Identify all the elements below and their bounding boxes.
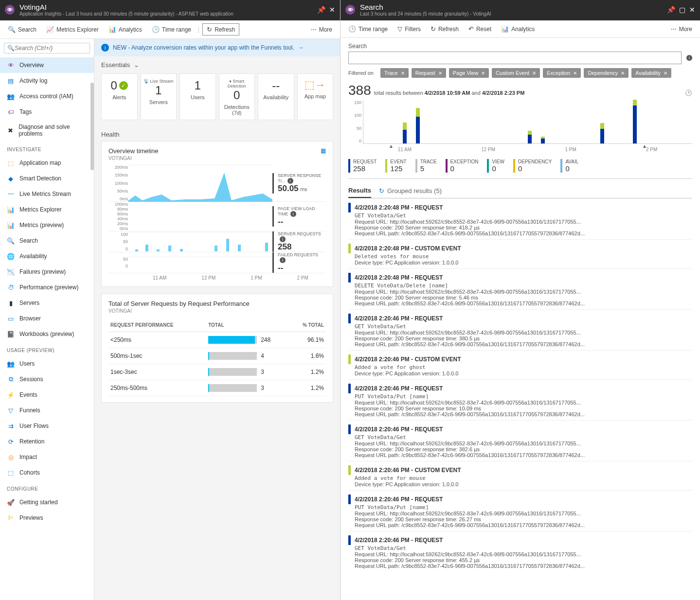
filter-chip[interactable]: Custom Event ✕	[492, 68, 540, 78]
nav-search[interactable]: 🔍Search	[0, 233, 94, 248]
toolbar-more[interactable]: ⋯ More	[307, 24, 336, 35]
server-requests-chart[interactable]	[128, 232, 272, 251]
close-icon[interactable]: ✕	[664, 71, 667, 76]
search-result[interactable]: 4/2/2018 2:20:46 PM - REQUESTPUT VoteDat…	[348, 379, 692, 420]
search-result[interactable]: 4/2/2018 2:20:46 PM - REQUESTGET VoteDat…	[348, 531, 692, 572]
toolbar-analytics[interactable]: 📊Analytics	[105, 24, 146, 35]
info-icon[interactable]: i	[287, 178, 293, 184]
failed-requests-chart[interactable]	[128, 257, 272, 268]
close-icon[interactable]: ✕	[329, 6, 335, 14]
pin-icon[interactable]: 📌	[317, 6, 325, 14]
info-icon[interactable]: i	[290, 211, 296, 217]
nav-retention[interactable]: ⟳Retention	[0, 434, 94, 449]
nav-diagnose[interactable]: ✖Diagnose and solve problems	[0, 120, 94, 141]
info-icon[interactable]: i	[280, 257, 286, 263]
nav-previews[interactable]: 🏳Previews	[0, 510, 94, 526]
nav-activity-log[interactable]: ▤Activity log	[0, 73, 94, 88]
server-response-chart[interactable]	[128, 165, 272, 201]
close-icon[interactable]: ✕	[573, 71, 577, 76]
sidebar-search-input[interactable]	[15, 45, 88, 52]
nav-events[interactable]: ⚡Events	[0, 387, 94, 403]
essentials-toggle[interactable]: Essentials ⌄	[94, 56, 340, 73]
tab-results[interactable]: Results	[348, 184, 371, 198]
page-view-chart[interactable]	[128, 202, 272, 231]
nav-smart-detection[interactable]: ◆Smart Detection	[0, 171, 94, 186]
range-handle-left[interactable]: ▴	[390, 142, 393, 149]
search-result[interactable]: 4/2/2018 2:20:46 PM - REQUESTGET VoteDat…	[348, 420, 692, 461]
filter-chip[interactable]: Trace ✕	[380, 68, 409, 78]
range-handle-right[interactable]: ▴	[643, 142, 646, 149]
tile-users[interactable]: 1 Users	[179, 73, 216, 120]
toolbar-time-range[interactable]: 🕒Time range	[344, 23, 392, 35]
nav-getting-started[interactable]: 🚀Getting started	[0, 494, 94, 510]
nav-users[interactable]: 👥Users	[0, 356, 94, 371]
grid-icon[interactable]: ▦	[321, 147, 326, 154]
search-result[interactable]: 4/2/2018 2:20:46 PM - CUSTOM EVENTAdded …	[348, 350, 692, 379]
pin-icon[interactable]: 📌	[667, 6, 675, 14]
toolbar-more[interactable]: ⋯ More	[667, 24, 696, 35]
info-icon[interactable]: i	[686, 55, 692, 61]
nav-metrics-explorer[interactable]: 📊Metrics Explorer	[0, 202, 94, 217]
filter-chip[interactable]: Request ✕	[412, 68, 446, 78]
summary-chip[interactable]: AVAIL0	[560, 159, 578, 173]
search-result[interactable]: 4/2/2018 2:20:48 PM - REQUESTDELETE Vote…	[348, 268, 692, 309]
nav-tags[interactable]: 🏷Tags	[0, 104, 94, 120]
close-icon[interactable]: ✕	[438, 71, 442, 76]
tile-availability[interactable]: -- Availability	[258, 73, 294, 120]
filter-chip[interactable]: Dependency ✕	[584, 68, 628, 78]
nav-servers[interactable]: ▮Servers	[0, 295, 94, 311]
close-icon[interactable]: ✕	[481, 71, 485, 76]
toolbar-filters[interactable]: ▽Filters	[394, 23, 425, 35]
tile-app-map[interactable]: ⬚→ App map	[297, 73, 334, 120]
toolbar-search[interactable]: 🔍Search	[4, 24, 40, 35]
nav-user-flows[interactable]: ⇉User Flows	[0, 418, 94, 434]
tile-detections[interactable]: ♦ Smart Detection 0 Detections (7d)	[219, 73, 255, 120]
summary-chip[interactable]: EVENT125	[385, 159, 406, 173]
search-result[interactable]: 4/2/2018 2:20:48 PM - CUSTOM EVENTDelete…	[348, 239, 692, 268]
perf-row[interactable]: 250ms-500ms 3 1.2%	[108, 380, 326, 396]
nav-sessions[interactable]: ⧉Sessions	[0, 371, 94, 387]
perf-row[interactable]: 1sec-3sec 3 1.2%	[108, 364, 326, 380]
toolbar-metrics-explorer[interactable]: 📈Metrics Explorer	[42, 24, 103, 35]
funnels-banner[interactable]: i NEW - Analyze conversion rates within …	[94, 39, 340, 56]
nav-availability[interactable]: 🌐Availability	[0, 248, 94, 264]
search-result[interactable]: 4/2/2018 2:20:48 PM - REQUESTGET VoteDat…	[348, 198, 692, 239]
tile-servers[interactable]: 📡 Live Stream 1 Servers	[141, 73, 177, 120]
nav-overview[interactable]: 👁Overview	[0, 57, 94, 73]
close-icon[interactable]: ✕	[401, 71, 405, 76]
tab-grouped-results[interactable]: ↻Grouped results (5)	[379, 184, 442, 198]
nav-performance[interactable]: ⏱Performance (preview)	[0, 280, 94, 295]
search-histogram[interactable]: 150100500 ▴ ▴	[363, 100, 692, 144]
nav-iam[interactable]: 👥Access control (IAM)	[0, 88, 94, 104]
search-result[interactable]: 4/2/2018 2:20:46 PM - CUSTOM EVENTAdded …	[348, 461, 692, 490]
nav-metrics-preview[interactable]: 📊Metrics (preview)	[0, 217, 94, 233]
search-result[interactable]: 4/2/2018 2:20:46 PM - REQUESTGET VoteDat…	[348, 309, 692, 350]
perf-row[interactable]: <250ms 248 96.1%	[108, 332, 326, 348]
close-icon[interactable]: ✕	[532, 71, 536, 76]
toolbar-analytics[interactable]: 📊Analytics	[497, 23, 538, 35]
nav-failures[interactable]: 📉Failures (preview)	[0, 264, 94, 280]
filter-chip[interactable]: Availability ✕	[631, 68, 671, 78]
nav-application-map[interactable]: ⬚Application map	[0, 155, 94, 171]
nav-impact[interactable]: ◎Impact	[0, 449, 94, 465]
nav-browser[interactable]: ▭Browser	[0, 311, 94, 326]
nav-workbooks[interactable]: 📓Workbooks (preview)	[0, 326, 94, 342]
tile-alerts[interactable]: 0✓ Alerts	[101, 73, 138, 120]
summary-chip[interactable]: REQUEST258	[348, 159, 377, 173]
nav-live-metrics[interactable]: 〰Live Metrics Stream	[0, 186, 94, 202]
nav-cohorts[interactable]: ⬚Cohorts	[0, 465, 94, 480]
toolbar-refresh[interactable]: ↻Refresh	[202, 23, 239, 35]
summary-chip[interactable]: VIEW0	[487, 159, 504, 173]
summary-chip[interactable]: TRACE5	[415, 159, 437, 173]
search-input[interactable]	[348, 52, 682, 64]
info-icon[interactable]: i	[280, 236, 286, 242]
toolbar-reset[interactable]: ↶Reset	[465, 23, 495, 35]
summary-chip[interactable]: DEPENDENCY0	[513, 159, 552, 173]
summary-chip[interactable]: EXCEPTION0	[446, 159, 479, 173]
toolbar-refresh[interactable]: ↻Refresh	[427, 23, 463, 35]
close-icon[interactable]: ✕	[621, 71, 625, 76]
filter-chip[interactable]: Page View ✕	[449, 68, 489, 78]
perf-row[interactable]: 500ms-1sec 4 1.6%	[108, 348, 326, 364]
clock-icon[interactable]: 🕒	[685, 89, 692, 96]
sidebar-search[interactable]: 🔍	[4, 43, 90, 53]
